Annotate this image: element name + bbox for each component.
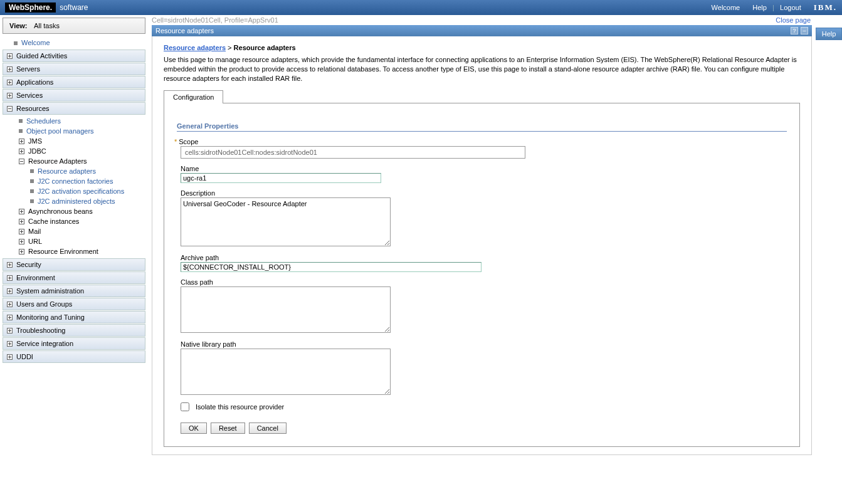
expand-icon xyxy=(7,80,13,85)
native-library-path-textarea[interactable] xyxy=(181,349,391,395)
archive-path-label: Archive path xyxy=(181,254,787,261)
panel-title-bar: Resource adapters ? – xyxy=(152,25,812,36)
expand-icon xyxy=(7,288,13,294)
nav-j2c-activation-specs[interactable]: J2C activation specifications xyxy=(25,186,145,196)
description-textarea[interactable]: Universal GeoCoder - Resource Adapter xyxy=(181,197,391,246)
name-input[interactable] xyxy=(181,173,381,183)
nav-schedulers[interactable]: Schedulers xyxy=(14,116,145,126)
nav-j2c-connection-factories[interactable]: J2C connection factories xyxy=(25,176,145,186)
nav-resource-environment[interactable]: Resource Environment xyxy=(14,246,145,256)
nav-system-administration[interactable]: System administration xyxy=(3,285,145,297)
view-value: All tasks xyxy=(34,22,60,29)
name-label: Name xyxy=(181,165,787,172)
help-link[interactable]: Help xyxy=(752,4,767,11)
reset-button[interactable]: Reset xyxy=(211,423,245,434)
expand-icon xyxy=(7,262,13,268)
nav-jms[interactable]: JMS xyxy=(14,136,145,146)
nav-welcome[interactable]: Welcome xyxy=(3,36,145,49)
nav-monitoring-tuning[interactable]: Monitoring and Tuning xyxy=(3,311,145,323)
view-selector[interactable]: View: All tasks xyxy=(3,18,145,34)
top-banner: WebSphere. software Welcome Help | Logou… xyxy=(0,0,842,15)
nav-resource-adapters[interactable]: Resource Adapters xyxy=(14,156,145,166)
nav-servers[interactable]: Servers xyxy=(3,63,145,75)
isolate-checkbox[interactable] xyxy=(181,402,189,411)
expand-icon xyxy=(19,139,24,144)
expand-icon xyxy=(7,341,13,347)
nav-environment[interactable]: Environment xyxy=(3,271,145,284)
nav-j2c-administered-objects[interactable]: J2C administered objects xyxy=(25,196,145,206)
collapse-icon xyxy=(19,159,24,164)
websphere-subtitle: software xyxy=(60,3,88,12)
archive-path-input[interactable] xyxy=(181,262,482,272)
expand-icon xyxy=(19,219,24,224)
expand-icon xyxy=(19,239,24,244)
cell-profile-info: Cell=sidrotNode01Cell, Profile=AppSrv01 xyxy=(148,15,816,25)
websphere-logo: WebSphere. xyxy=(5,3,56,13)
expand-icon xyxy=(7,302,13,307)
expand-icon xyxy=(19,249,24,255)
class-path-textarea[interactable] xyxy=(181,286,391,333)
panel-help-icon[interactable]: ? xyxy=(791,27,798,34)
breadcrumb-current: Resource adapters xyxy=(234,44,296,51)
native-library-path-label: Native library path xyxy=(181,340,787,348)
nav-resources[interactable]: Resources xyxy=(3,102,145,115)
configuration-panel: General Properties *Scope cells:sidrotNo… xyxy=(164,103,800,447)
navigation-sidebar: View: All tasks Welcome Guided Activitie… xyxy=(0,15,148,455)
nav-uddi[interactable]: UDDI xyxy=(3,350,145,363)
scope-label: *Scope xyxy=(181,138,787,145)
nav-troubleshooting[interactable]: Troubleshooting xyxy=(3,324,145,337)
expand-icon xyxy=(7,328,13,333)
expand-icon xyxy=(7,66,13,72)
ok-button[interactable]: OK xyxy=(181,423,207,434)
nav-users-groups[interactable]: Users and Groups xyxy=(3,298,145,310)
nav-security[interactable]: Security xyxy=(3,258,145,271)
general-properties-header: General Properties xyxy=(177,122,787,132)
nav-resource-adapters-link[interactable]: Resource adapters xyxy=(25,166,145,176)
panel-minimize-icon[interactable]: – xyxy=(801,27,808,34)
scope-value: cells:sidrotNode01Cell:nodes:sidrotNode0… xyxy=(181,146,525,159)
breadcrumb: Resource adapters > Resource adapters xyxy=(164,44,800,51)
welcome-link[interactable]: Welcome xyxy=(712,4,740,11)
view-label: View: xyxy=(9,22,28,29)
isolate-label: Isolate this resource provider xyxy=(196,403,284,411)
expand-icon xyxy=(19,149,24,154)
ibm-logo: IBM. xyxy=(814,3,837,13)
expand-icon xyxy=(7,93,13,98)
nav-mail[interactable]: Mail xyxy=(14,226,145,236)
tab-configuration[interactable]: Configuration xyxy=(164,90,223,103)
class-path-label: Class path xyxy=(181,278,787,286)
nav-cache-instances[interactable]: Cache instances xyxy=(14,216,145,226)
help-side-tab[interactable]: Help xyxy=(816,28,842,40)
expand-icon xyxy=(7,53,13,59)
panel-title-text: Resource adapters xyxy=(155,27,214,34)
nav-guided-activities[interactable]: Guided Activities xyxy=(3,50,145,62)
nav-service-integration[interactable]: Service integration xyxy=(3,337,145,350)
nav-object-pool-managers[interactable]: Object pool managers xyxy=(14,126,145,136)
nav-async-beans[interactable]: Asynchronous beans xyxy=(14,206,145,216)
description-label: Description xyxy=(181,189,787,197)
expand-icon xyxy=(7,354,13,360)
page-description: Use this page to manage resource adapter… xyxy=(164,55,800,83)
close-page-link[interactable]: Close page xyxy=(771,15,816,25)
expand-icon xyxy=(19,209,24,214)
expand-icon xyxy=(7,275,13,281)
expand-icon xyxy=(7,315,13,320)
logout-link[interactable]: Logout xyxy=(780,4,801,11)
breadcrumb-resource-adapters[interactable]: Resource adapters xyxy=(164,44,226,51)
nav-jdbc[interactable]: JDBC xyxy=(14,146,145,156)
nav-services[interactable]: Services xyxy=(3,89,145,102)
cancel-button[interactable]: Cancel xyxy=(249,423,287,434)
collapse-icon xyxy=(7,106,13,112)
nav-applications[interactable]: Applications xyxy=(3,76,145,88)
nav-url[interactable]: URL xyxy=(14,236,145,246)
expand-icon xyxy=(19,229,24,234)
